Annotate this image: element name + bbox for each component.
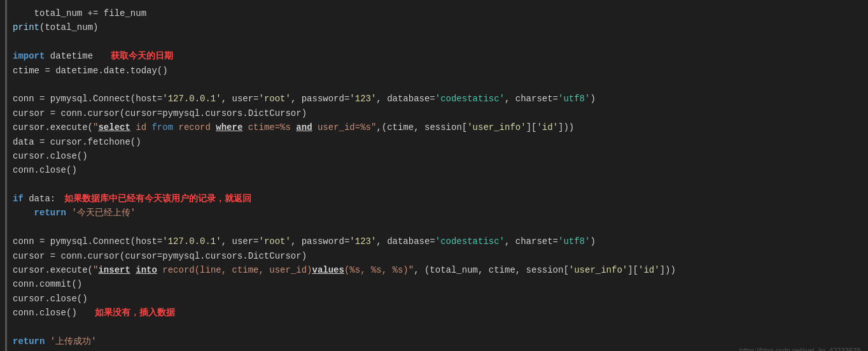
blank-1: [13, 35, 855, 49]
line-return1: return '今天已经上传': [13, 206, 855, 220]
watermark: https://blog.csdn.net/wei_jin_42233629: [739, 345, 860, 351]
line-return2: return '上传成功': [13, 334, 855, 348]
left-bar: [5, 0, 7, 351]
blank-3: [13, 178, 855, 192]
line-cursor-close2: cursor.close(): [13, 292, 855, 306]
line-execute2: cursor.execute("insert into record(line,…: [13, 263, 855, 277]
line-conn1: conn = pymysql.Connect(host='127.0.0.1',…: [13, 92, 855, 106]
line-cursor2: cursor = conn.cursor(cursor=pymysql.curs…: [13, 249, 855, 263]
line-ctime: ctime = datetime.date.today(): [13, 64, 855, 78]
line-conn-close2: conn.close() 如果没有，插入数据: [13, 306, 855, 320]
line-total-num: total_num += file_num: [13, 6, 855, 20]
line-execute1: cursor.execute("select id from record wh…: [13, 120, 855, 134]
line-print: print(total_num): [13, 20, 855, 34]
line-cursor1: cursor = conn.cursor(cursor=pymysql.curs…: [13, 106, 855, 120]
line-conn2: conn = pymysql.Connect(host='127.0.0.1',…: [13, 234, 855, 248]
code-container: total_num += file_num print(total_num) i…: [0, 0, 868, 351]
line-conn-close1: conn.close(): [13, 163, 855, 177]
blank-2: [13, 78, 855, 92]
line-cursor-close1: cursor.close(): [13, 149, 855, 163]
line-fetchone: data = cursor.fetchone(): [13, 135, 855, 149]
line-import: import datetime 获取今天的日期: [13, 49, 855, 63]
line-commit: conn.commit(): [13, 277, 855, 291]
line-if-data: if data: 如果数据库中已经有今天该用户的记录，就返回: [13, 192, 855, 206]
blank-5: [13, 320, 855, 334]
blank-4: [13, 220, 855, 234]
